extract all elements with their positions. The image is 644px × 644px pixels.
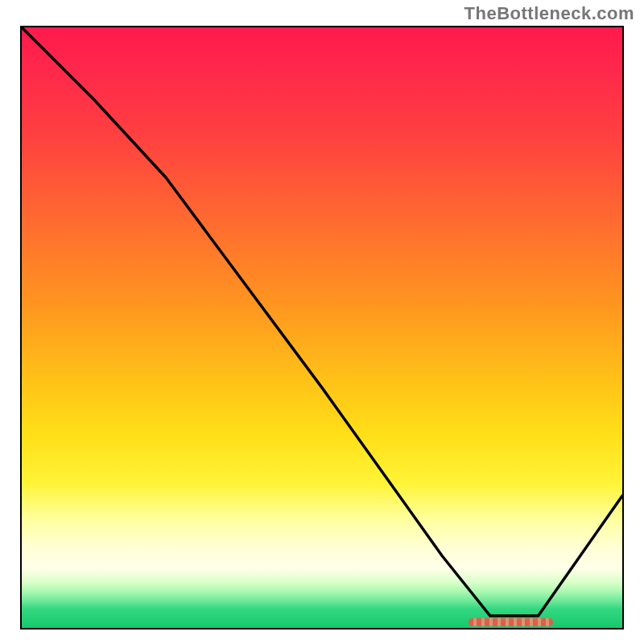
bottleneck-curve (22, 27, 622, 628)
chart-container: TheBottleneck.com (0, 0, 644, 644)
watermark-text: TheBottleneck.com (464, 3, 634, 24)
plot-area (20, 26, 624, 630)
optimal-range-marker (469, 618, 553, 626)
